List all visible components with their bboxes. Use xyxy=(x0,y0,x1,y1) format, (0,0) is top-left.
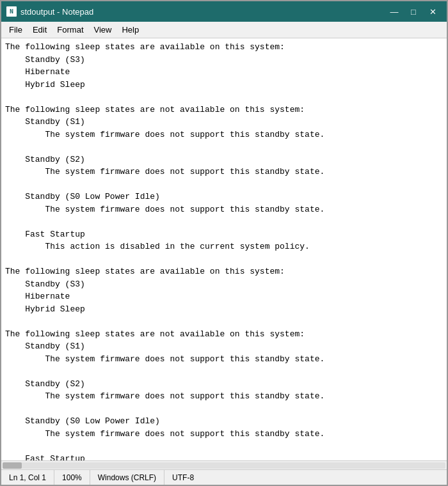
text-editor[interactable]: The following sleep states are available… xyxy=(1,38,447,460)
menu-bar: File Edit Format View Help xyxy=(1,22,447,38)
maximize-button[interactable]: □ xyxy=(404,5,422,18)
menu-file[interactable]: File xyxy=(4,23,28,36)
scroll-thumb-horizontal[interactable] xyxy=(3,462,22,469)
status-zoom: 100% xyxy=(54,470,90,485)
menu-view[interactable]: View xyxy=(89,23,117,36)
title-bar-left: N stdoutput - Notepad xyxy=(6,6,93,17)
close-button[interactable]: ✕ xyxy=(424,5,442,18)
window-title: stdoutput - Notepad xyxy=(20,7,93,17)
status-position: Ln 1, Col 1 xyxy=(1,470,54,485)
title-bar: N stdoutput - Notepad — □ ✕ xyxy=(1,1,447,22)
scroll-track-horizontal[interactable] xyxy=(3,462,445,469)
horizontal-scrollbar[interactable] xyxy=(1,460,447,469)
app-icon: N xyxy=(6,6,17,17)
status-bar: Ln 1, Col 1 100% Windows (CRLF) UTF-8 xyxy=(1,469,447,485)
main-window: N stdoutput - Notepad — □ ✕ File Edit Fo… xyxy=(0,0,448,486)
title-buttons: — □ ✕ xyxy=(385,5,442,18)
menu-help[interactable]: Help xyxy=(116,23,144,36)
content-area: The following sleep states are available… xyxy=(1,38,447,460)
menu-format[interactable]: Format xyxy=(52,23,88,36)
status-encoding: UTF-8 xyxy=(164,470,202,485)
minimize-button[interactable]: — xyxy=(385,5,403,18)
status-line-ending: Windows (CRLF) xyxy=(90,470,164,485)
menu-edit[interactable]: Edit xyxy=(28,23,52,36)
